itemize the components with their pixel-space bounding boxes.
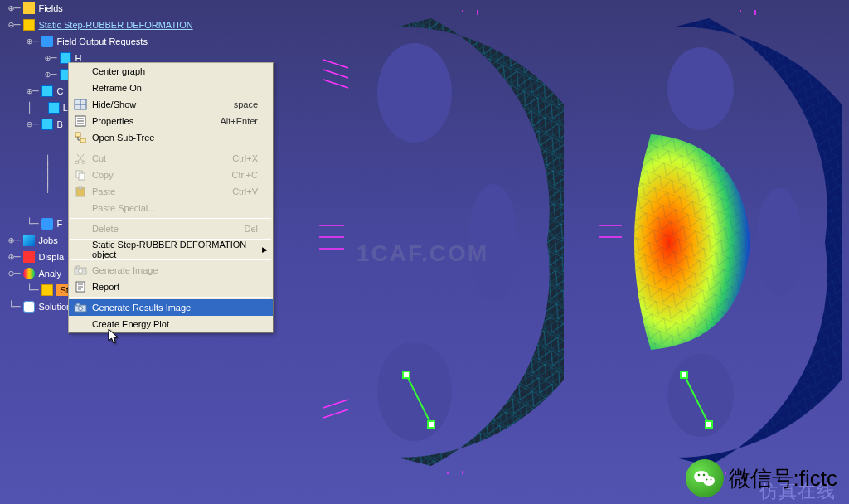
fields-icon	[23, 2, 35, 14]
properties-icon	[72, 114, 89, 128]
svg-point-36	[706, 479, 707, 481]
menu-copy: Copy Ctrl+C	[69, 167, 273, 183]
svg-rect-55	[76, 266, 80, 269]
blank-icon	[72, 201, 89, 215]
svg-rect-45	[75, 133, 80, 137]
mouse-cursor	[108, 328, 119, 345]
svg-rect-52	[79, 187, 82, 189]
step-icon	[41, 284, 53, 296]
footer-wechat-label: 微信号:fictc	[729, 464, 837, 493]
blank-icon	[72, 65, 89, 78]
camera-results-icon	[72, 301, 89, 314]
svg-line-5	[323, 80, 348, 88]
blank-icon	[72, 243, 89, 256]
tree-step-label: Static Step-RUBBER DEFORMATION	[38, 20, 192, 30]
menu-separator	[70, 259, 271, 260]
svg-rect-31	[706, 421, 712, 428]
tree-output-label: Field Output Requests	[56, 36, 147, 46]
menu-center-graph[interactable]: Center graph	[69, 63, 273, 80]
svg-line-9	[323, 400, 348, 408]
svg-rect-30	[681, 371, 687, 378]
sub-icon	[41, 85, 53, 97]
menu-delete: Delete Del	[69, 220, 273, 237]
menu-step-object-submenu[interactable]: Static Step-RUBBER DEFORMATION object ▶	[69, 241, 273, 258]
menu-generate-image: Generate Image	[69, 262, 273, 279]
svg-line-3	[323, 60, 348, 68]
jobs-icon	[23, 235, 35, 246]
copy-icon	[72, 168, 89, 182]
mesh-model-right	[593, 10, 842, 474]
menu-paste-special: Paste Special...	[69, 200, 273, 216]
paste-icon	[72, 185, 89, 198]
menu-generate-results-image[interactable]: Generate Results Image	[69, 299, 273, 316]
svg-rect-46	[80, 138, 85, 143]
svg-rect-62	[76, 303, 80, 306]
svg-point-61	[79, 307, 83, 311]
report-icon	[72, 280, 89, 293]
svg-point-35	[702, 474, 705, 477]
blank-icon	[72, 222, 89, 235]
analysis-icon	[23, 268, 35, 279]
svg-line-10	[323, 410, 348, 418]
menu-cut: Cut Ctrl+X	[69, 150, 273, 167]
menu-open-subtree[interactable]: Open Sub-Tree	[69, 129, 273, 146]
menu-create-energy-plot[interactable]: Create Energy Plot	[69, 316, 273, 332]
menu-properties[interactable]: Properties Alt+Enter	[69, 113, 273, 129]
blank-icon	[72, 317, 89, 331]
subtree-icon	[72, 131, 89, 144]
blank-icon	[72, 81, 89, 94]
hide-show-icon	[72, 98, 89, 111]
sub-icon	[41, 119, 53, 130]
camera-icon	[72, 264, 89, 277]
menu-separator	[70, 218, 271, 219]
chevron-right-icon: ▶	[262, 245, 268, 254]
svg-point-37	[710, 479, 711, 481]
wechat-icon	[686, 459, 724, 497]
svg-point-19	[756, 188, 803, 296]
svg-line-4	[323, 70, 348, 78]
svg-point-0	[377, 43, 452, 143]
footer-brand: 微信号:fictc	[686, 459, 837, 497]
tree-item-field-output[interactable]: ⊕─ Field Output Requests	[8, 33, 193, 50]
tree-item-static-step[interactable]: ⊖─ Static Step-RUBBER DEFORMATION	[8, 17, 193, 33]
menu-separator	[70, 148, 271, 148]
watermark-text: 1CAF.COM	[357, 240, 488, 267]
sub-icon	[41, 218, 53, 230]
tree-fields-label: Fields	[38, 3, 62, 13]
menu-paste: Paste Ctrl+V	[69, 183, 273, 200]
output-icon	[41, 36, 53, 47]
sensors-icon	[23, 301, 35, 313]
menu-separator	[70, 297, 271, 298]
svg-rect-17	[403, 371, 410, 378]
svg-rect-18	[428, 421, 434, 428]
svg-point-21	[667, 354, 734, 437]
svg-point-20	[667, 47, 734, 130]
svg-point-34	[697, 474, 700, 477]
context-menu: Center graph Reframe On Hide/Show space …	[68, 62, 274, 333]
tree-item-fields[interactable]: ⊕─ Fields	[8, 0, 193, 17]
cut-icon	[72, 152, 89, 165]
menu-report[interactable]: Report	[69, 279, 273, 295]
sub-icon	[48, 102, 60, 114]
svg-point-54	[79, 269, 83, 274]
svg-point-33	[703, 476, 715, 486]
display-icon	[23, 251, 35, 263]
menu-hide-show[interactable]: Hide/Show space	[69, 96, 273, 113]
menu-reframe-on[interactable]: Reframe On	[69, 80, 273, 96]
step-icon	[23, 19, 35, 31]
svg-rect-50	[79, 173, 85, 180]
